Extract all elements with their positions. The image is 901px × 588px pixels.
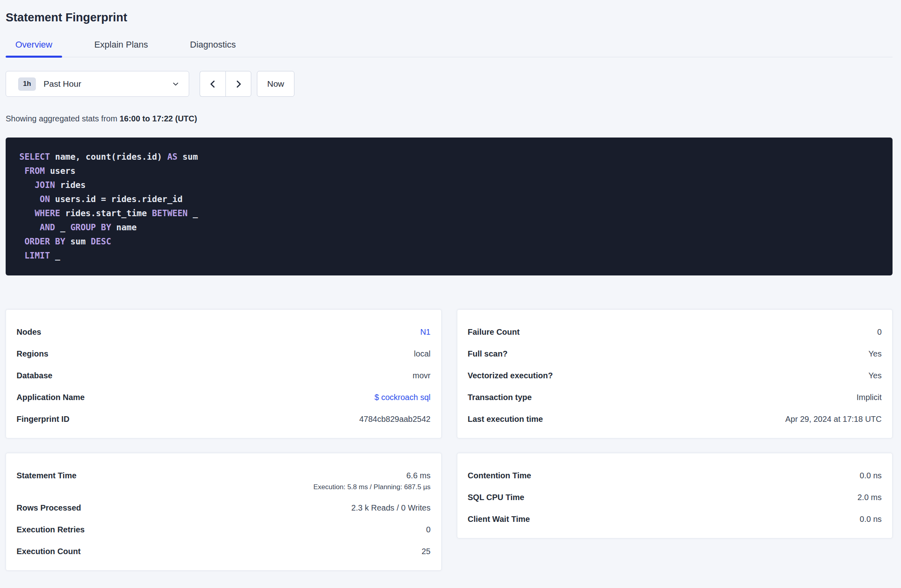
row-value: 0 <box>877 327 882 337</box>
row-label: SQL CPU Time <box>468 492 524 503</box>
row-value-group: 6.6 msExecution: 5.8 ms / Planning: 687.… <box>313 470 430 491</box>
sql-line: ORDER BY sum DESC <box>19 235 879 249</box>
row-label: Statement Time <box>17 470 77 481</box>
chevron-right-icon <box>234 80 243 88</box>
time-range-pager <box>200 71 251 97</box>
row-label: Transaction type <box>468 392 532 402</box>
sql-line: AND _ GROUP BY name <box>19 221 879 235</box>
tab-explain-plans[interactable]: Explain Plans <box>85 39 158 57</box>
row-subvalue: Execution: 5.8 ms / Planning: 687.5 µs <box>313 483 430 491</box>
stat-row: Client Wait Time0.0 ns <box>468 514 882 524</box>
row-value: 0.0 ns <box>860 514 882 524</box>
tab-overview-label: Overview <box>15 40 52 50</box>
row-value-group: 0.0 ns <box>860 470 882 481</box>
row-value-link[interactable]: N1 <box>420 327 431 337</box>
sql-line: JOIN rides <box>19 178 879 192</box>
stat-row: Regionslocal <box>17 348 431 359</box>
row-value: Yes <box>868 370 882 381</box>
row-value: movr <box>413 370 430 381</box>
sql-line: FROM users <box>19 164 879 178</box>
row-label: Contention Time <box>468 470 531 481</box>
row-label: Client Wait Time <box>468 514 530 524</box>
statement-details-card: NodesN1RegionslocalDatabasemovrApplicati… <box>6 309 442 438</box>
time-range-select[interactable]: 1h Past Hour <box>6 71 189 97</box>
tab-explain-plans-label: Explain Plans <box>94 40 148 50</box>
stat-row: Statement Time6.6 msExecution: 5.8 ms / … <box>17 470 431 491</box>
row-value: 2.0 ms <box>857 492 882 503</box>
sql-code: SELECT name, count(rides.id) AS sum FROM… <box>19 150 879 263</box>
stat-row: SQL CPU Time2.0 ms <box>468 492 882 503</box>
row-value-group: Yes <box>868 348 882 359</box>
row-value-group: 0.0 ns <box>860 514 882 524</box>
aggregated-stats-line: Showing aggregated stats from 16:00 to 1… <box>6 114 893 123</box>
sql-statement-box: SELECT name, count(rides.id) AS sum FROM… <box>6 138 893 275</box>
stat-row: Application Name$ cockroach sql <box>17 392 431 402</box>
sql-line: WHERE rides.start_time BETWEEN _ <box>19 206 879 221</box>
stat-row: Vectorized execution?Yes <box>468 370 882 381</box>
row-label: Application Name <box>17 392 85 402</box>
row-value-group: 0 <box>877 327 882 337</box>
row-value: Apr 29, 2024 at 17:18 UTC <box>785 414 882 424</box>
stats-line-range: 16:00 to 17:22 (UTC) <box>119 114 197 123</box>
row-value-group: $ cockroach sql <box>375 392 431 402</box>
row-label: Execution Retries <box>17 524 85 535</box>
stat-row: Contention Time0.0 ns <box>468 470 882 481</box>
row-label: Database <box>17 370 52 381</box>
wait-time-card: Contention Time0.0 nsSQL CPU Time2.0 msC… <box>457 453 893 538</box>
sql-line: SELECT name, count(rides.id) AS sum <box>19 150 879 164</box>
chevron-left-icon <box>209 80 217 88</box>
stat-row: Full scan?Yes <box>468 348 882 359</box>
stat-row: Execution Count25 <box>17 546 431 557</box>
sql-line: ON users.id = rides.rider_id <box>19 192 879 206</box>
now-button[interactable]: Now <box>257 71 294 97</box>
tab-diagnostics[interactable]: Diagnostics <box>180 39 246 57</box>
tab-overview[interactable]: Overview <box>6 39 62 57</box>
stat-row: Fingerprint ID4784cb829aab2542 <box>17 414 431 424</box>
chevron-down-icon <box>172 81 179 88</box>
time-controls: 1h Past Hour Now <box>6 71 893 97</box>
stat-row: Transaction typeImplicit <box>468 392 882 402</box>
stat-row: NodesN1 <box>17 327 431 337</box>
row-value: 0 <box>426 524 430 535</box>
row-label: Nodes <box>17 327 41 337</box>
row-label: Full scan? <box>468 348 508 359</box>
stats-line-prefix: Showing aggregated stats from <box>6 114 119 123</box>
row-value-group: Apr 29, 2024 at 17:18 UTC <box>785 414 882 424</box>
row-value: Implicit <box>857 392 882 402</box>
row-label: Failure Count <box>468 327 520 337</box>
tab-bar: Overview Explain Plans Diagnostics <box>6 39 893 57</box>
stats-cards-grid: NodesN1RegionslocalDatabasemovrApplicati… <box>6 309 893 571</box>
row-value-group: 2.3 k Reads / 0 Writes <box>351 503 430 513</box>
time-range-badge: 1h <box>18 77 36 91</box>
row-label: Last execution time <box>468 414 543 424</box>
row-value: local <box>414 348 430 359</box>
stat-row: Databasemovr <box>17 370 431 381</box>
row-value: 6.6 ms <box>313 470 430 481</box>
stat-row: Failure Count0 <box>468 327 882 337</box>
next-range-button[interactable] <box>225 71 251 97</box>
row-label: Execution Count <box>17 546 81 557</box>
row-value: 4784cb829aab2542 <box>359 414 431 424</box>
stat-row: Execution Retries0 <box>17 524 431 535</box>
row-value-group: Implicit <box>857 392 882 402</box>
row-value: 25 <box>421 546 430 557</box>
row-value: Yes <box>868 348 882 359</box>
page-title: Statement Fingerprint <box>6 10 893 24</box>
row-label: Regions <box>17 348 48 359</box>
stat-row: Rows Processed2.3 k Reads / 0 Writes <box>17 503 431 513</box>
row-value-group: 4784cb829aab2542 <box>359 414 431 424</box>
row-value: 2.3 k Reads / 0 Writes <box>351 503 430 513</box>
row-value-group: N1 <box>420 327 431 337</box>
statement-timing-card: Statement Time6.6 msExecution: 5.8 ms / … <box>6 453 442 571</box>
row-label: Rows Processed <box>17 503 81 513</box>
statement-fingerprint-page: Statement Fingerprint Overview Explain P… <box>0 10 901 571</box>
row-value-group: local <box>414 348 430 359</box>
prev-range-button[interactable] <box>200 71 225 97</box>
row-value: 0.0 ns <box>860 470 882 481</box>
row-label: Vectorized execution? <box>468 370 553 381</box>
row-value-link[interactable]: $ cockroach sql <box>375 392 431 402</box>
stat-row: Last execution timeApr 29, 2024 at 17:18… <box>468 414 882 424</box>
row-label: Fingerprint ID <box>17 414 69 424</box>
row-value-group: 2.0 ms <box>857 492 882 503</box>
row-value-group: Yes <box>868 370 882 381</box>
